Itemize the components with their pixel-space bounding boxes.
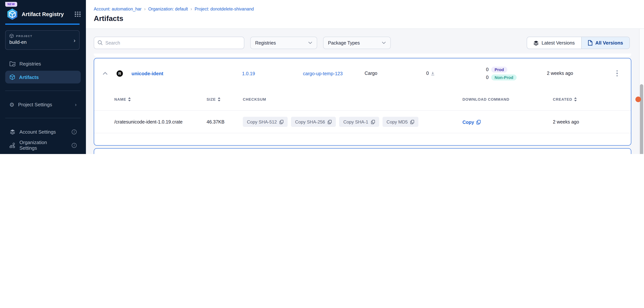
breadcrumb-project-link[interactable]: Project: donotdelete-shivanand <box>194 7 254 11</box>
main-content: Account: automation_har › Organization: … <box>86 0 644 154</box>
sidebar-item-organization-settings[interactable]: Organization Settings i <box>5 139 81 151</box>
artifact-card-unicode-ident: R unicode-ident 1.0.19 cargo-up-temp-123… <box>94 58 631 145</box>
search-icon <box>98 40 103 45</box>
app-title: Artifact Registry <box>22 11 72 17</box>
breadcrumb: Account: automation_har › Organization: … <box>94 6 644 12</box>
chevron-right-icon: › <box>74 37 76 43</box>
page-header: Account: automation_har › Organization: … <box>86 0 644 29</box>
artifact-card-library-alpine: library/alpine eafc1edb577d N/A docker-p… <box>94 148 631 154</box>
copy-icon <box>328 120 332 124</box>
scrollbar-track[interactable] <box>639 29 644 154</box>
chevron-down-icon <box>382 42 386 44</box>
artifact-registry-link[interactable]: cargo-up-temp-123 <box>303 71 343 76</box>
chevron-down-icon <box>308 42 312 44</box>
file-row: /cratesunicode-ident-1.0.19.crate 46.37K… <box>94 111 631 133</box>
breadcrumb-account-link[interactable]: Account: automation_har <box>94 7 142 11</box>
artifacts-icon <box>9 74 15 80</box>
versions-toggle: Latest Versions All Versions <box>526 37 630 49</box>
registries-filter-label: Registries <box>255 40 276 46</box>
registries-icon <box>9 61 16 66</box>
sidebar-item-artifacts[interactable]: Artifacts <box>5 71 81 83</box>
copy-download-command-button[interactable]: Copy <box>462 120 481 125</box>
brand-underline <box>5 24 80 25</box>
page-title: Artifacts <box>94 14 644 23</box>
sidebar-item-label: Registries <box>20 61 41 66</box>
column-header-created[interactable]: CREATED <box>553 97 631 101</box>
partial-row-strip <box>94 54 631 57</box>
sidebar-item-label: Account Settings <box>20 129 56 134</box>
file-name: /cratesunicode-ident-1.0.19.crate <box>114 119 206 124</box>
column-header-name[interactable]: NAME <box>114 97 206 101</box>
sidebar-item-account-settings[interactable]: Account Settings i <box>5 125 81 138</box>
project-name: build-en <box>9 39 76 45</box>
divider <box>5 91 81 91</box>
artifact-row: library/alpine eafc1edb577d N/A docker-p… <box>94 148 631 154</box>
feedback-marker[interactable] <box>636 97 641 102</box>
artifact-name-link[interactable]: unicode-ident <box>132 71 163 76</box>
sort-icon <box>218 97 220 101</box>
artifact-list: R unicode-ident 1.0.19 cargo-up-temp-123… <box>86 49 644 154</box>
collapse-row-button[interactable] <box>100 68 110 78</box>
files-table-header: NAME SIZE CHECKSUM DOWNLOAD COMMAND CREA… <box>94 88 631 111</box>
layers-stack-icon <box>533 40 538 46</box>
copy-sha512-button[interactable]: Copy SHA-512 <box>243 117 288 127</box>
package-types-filter-dropdown[interactable]: Package Types <box>323 37 391 49</box>
all-versions-button[interactable]: All Versions <box>581 37 630 49</box>
copy-sha1-button[interactable]: Copy SHA-1 <box>339 117 379 127</box>
sidebar-item-project-settings[interactable]: ⚙ Project Settings › <box>5 98 81 111</box>
module-grid-icon[interactable] <box>75 12 81 17</box>
all-versions-label: All Versions <box>595 40 623 46</box>
checksum-buttons: Copy SHA-512 Copy SHA-256 Copy SHA-1 <box>243 117 462 127</box>
downloads-count: 0 <box>426 71 486 76</box>
package-types-filter-label: Package Types <box>328 40 360 46</box>
gear-icon: ⚙ <box>9 102 14 107</box>
prod-badge: Prod <box>491 66 507 72</box>
layers-icon <box>9 129 16 134</box>
copy-icon <box>371 120 375 124</box>
artifact-version-link[interactable]: 1.0.19 <box>242 71 255 76</box>
chevron-right-icon: › <box>75 102 76 107</box>
file-created-at: 2 weeks ago <box>553 119 631 124</box>
row-menu-button[interactable] <box>613 70 621 77</box>
package-type: Cargo <box>364 71 426 76</box>
sidebar-nav: Registries Artifacts ⚙ Project Settings … <box>0 57 86 152</box>
divider <box>5 118 81 118</box>
column-header-checksum: CHECKSUM <box>243 97 462 101</box>
created-at: 2 weeks ago <box>547 71 613 76</box>
info-icon: i <box>72 129 76 134</box>
latest-versions-label: Latest Versions <box>542 40 575 46</box>
project-cube-icon <box>9 34 14 38</box>
non-prod-badge: Non-Prod <box>491 74 516 80</box>
app-root: NEW Artifact Registry <box>0 0 644 154</box>
cargo-package-icon: R <box>116 70 123 77</box>
download-icon <box>431 71 435 75</box>
column-header-size[interactable]: SIZE <box>206 97 243 101</box>
sidebar-item-label: Organization Settings <box>20 139 64 151</box>
brand: Artifact Registry <box>6 8 81 21</box>
copy-icon <box>410 120 414 124</box>
project-label: PROJECT <box>16 34 32 38</box>
sidebar-item-label: Artifacts <box>19 74 39 80</box>
chevron-right-icon: › <box>144 6 146 12</box>
env-counts: 0 Prod 0 Non-Prod <box>486 66 547 80</box>
search-input[interactable] <box>94 37 244 49</box>
sidebar-item-registries[interactable]: Registries <box>5 57 81 70</box>
file-icon <box>588 40 592 46</box>
sort-icon <box>128 97 131 101</box>
new-badge: NEW <box>5 2 17 7</box>
chevron-right-icon: › <box>190 6 192 12</box>
project-selector[interactable]: PROJECT build-en › <box>5 30 80 50</box>
sidebar-item-label: Project Settings <box>18 102 52 107</box>
copy-icon <box>476 120 481 125</box>
toolbar: Registries Package Types <box>86 29 644 49</box>
scrollbar-thumb[interactable] <box>640 84 643 154</box>
breadcrumb-org-link[interactable]: Organization: default <box>148 7 188 11</box>
search-box <box>94 37 244 49</box>
copy-md5-button[interactable]: Copy MD5 <box>382 117 418 127</box>
sidebar: NEW Artifact Registry <box>0 0 86 154</box>
latest-versions-button[interactable]: Latest Versions <box>527 37 581 49</box>
registries-filter-dropdown[interactable]: Registries <box>250 37 317 49</box>
artifact-row: R unicode-ident 1.0.19 cargo-up-temp-123… <box>94 58 631 88</box>
copy-sha256-button[interactable]: Copy SHA-256 <box>291 117 336 127</box>
copy-icon <box>280 120 284 124</box>
